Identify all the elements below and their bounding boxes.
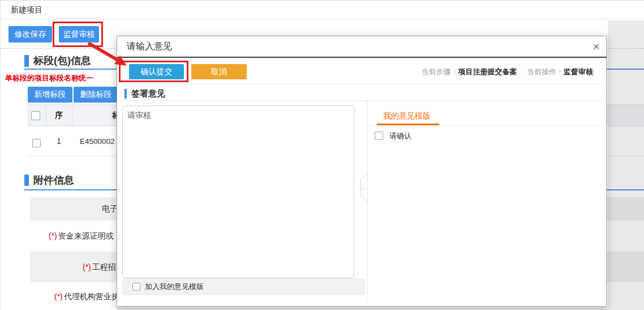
close-icon[interactable]: ×	[589, 39, 604, 54]
collapse-handle[interactable]: ›	[357, 171, 368, 205]
templates-tab-underline	[377, 124, 439, 125]
page-title-bar: 新建项目	[1, 1, 644, 19]
attachment-label: (*)代理机构营业执	[54, 282, 119, 310]
bid-notice: 单标段的项目标段名称统一	[5, 73, 93, 83]
opinion-textarea[interactable]: 请审核	[122, 105, 354, 278]
label-text: 电子	[102, 204, 118, 213]
templates-tab[interactable]: 我的意见模版	[383, 109, 431, 122]
attachment-label: (*)工程招	[83, 252, 116, 282]
template-item-label[interactable]: 请确认	[389, 131, 411, 141]
row-code: E4500002	[80, 126, 115, 156]
label-text: 代理机构营业执	[64, 292, 119, 301]
required-mark: (*)	[83, 262, 91, 271]
required-mark: (*)	[49, 231, 57, 240]
seq-column-header: 序	[46, 104, 72, 126]
dialog-header-divider	[117, 57, 607, 58]
attachment-section-title: 附件信息	[33, 172, 74, 188]
label-text: 资金来源证明或	[58, 231, 114, 240]
annotation-arrow	[83, 40, 134, 71]
cancel-button[interactable]: 取消	[191, 64, 247, 79]
col-divider	[72, 104, 72, 126]
attachment-label: (*)资金来源证明或	[49, 220, 114, 252]
workflow-status: 当前步骤：项目注册提交备案 当前操作：监督审核	[397, 66, 593, 78]
add-template-checkbox[interactable]	[132, 283, 140, 291]
row-seq: 1	[46, 126, 72, 156]
required-mark: (*)	[54, 292, 63, 301]
collapse-icon: ›	[361, 184, 363, 192]
bid-section-bar	[24, 55, 29, 67]
page-title: 新建项目	[11, 1, 42, 19]
overlay-bottom	[117, 307, 608, 310]
templates-tabbar-divider	[368, 125, 607, 126]
sign-section-title: 签署意见	[131, 87, 165, 100]
select-all-checkbox[interactable]	[31, 111, 40, 120]
sign-section-bar	[124, 89, 127, 99]
sign-section-divider	[117, 100, 607, 101]
attachment-section-bar	[24, 175, 29, 186]
operation-label: 当前操作：	[527, 67, 564, 76]
operation-value: 监督审核	[564, 67, 593, 76]
step-label: 当前步骤：	[421, 67, 458, 76]
app-window: 新建项目 修改保存 监督审核 标段(包)信息 单标段的项目标段名称统一 新增标段…	[0, 0, 644, 310]
save-button[interactable]: 修改保存	[8, 26, 52, 43]
row-checkbox[interactable]	[32, 139, 41, 147]
delete-bid-button[interactable]: 删除标段	[74, 87, 118, 103]
overlay-right	[608, 20, 644, 310]
dialog-title: 请输入意见	[127, 36, 172, 57]
dialog-toolbar-divider	[117, 84, 607, 84]
label-text: 工程招	[92, 262, 116, 271]
template-item-checkbox[interactable]	[375, 131, 383, 140]
add-bid-button[interactable]: 新增标段	[28, 87, 72, 103]
add-template-label: 加入我的意见模版	[145, 278, 204, 295]
attachment-label: 电子	[101, 197, 118, 220]
step-value: 项目注册提交备案	[458, 67, 517, 76]
